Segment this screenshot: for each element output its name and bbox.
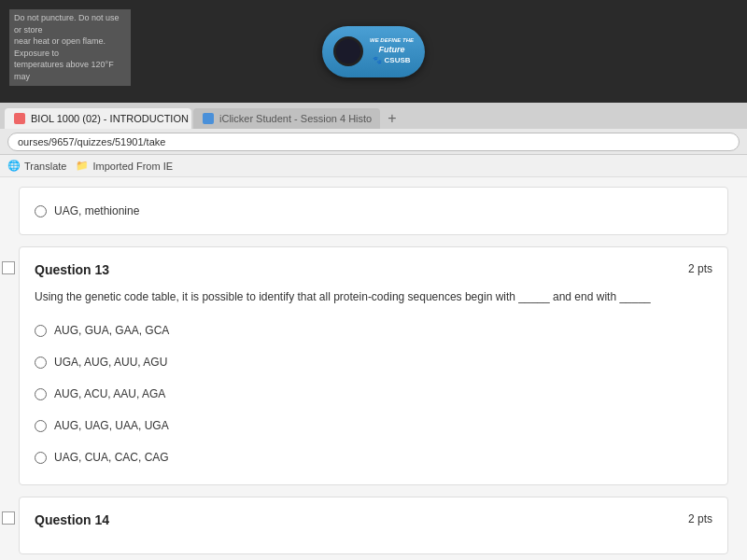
bookmark-imported-label: Imported From IE (92, 161, 173, 172)
question14-pts: 2 pts (688, 512, 712, 525)
q13-radio-2[interactable] (35, 388, 47, 400)
question14-header: Question 14 2 pts (35, 512, 712, 527)
question14-title: Question 14 (35, 512, 109, 527)
bookmark-imported[interactable]: 📁 Imported From IE (76, 160, 173, 172)
webcam-define: WE DEFINE THE (370, 37, 414, 45)
q13-option-2[interactable]: AUG, ACU, AAU, AGA (35, 387, 712, 400)
question13-checkbox[interactable] (2, 261, 15, 274)
bookmark-translate[interactable]: 🌐 Translate (7, 160, 66, 172)
webcam-text: WE DEFINE THE Future 🐾 CSUSB (370, 37, 414, 65)
webcam-school: 🐾 CSUSB (370, 56, 414, 65)
q13-option-4-label: UAG, CUA, CAC, CAG (54, 451, 169, 464)
top-label-line1: Do not puncture. Do not use or store (14, 12, 126, 35)
folder-icon: 📁 (76, 160, 89, 172)
q13-option-4[interactable]: UAG, CUA, CAC, CAG (35, 451, 712, 464)
q13-option-0-label: AUG, GUA, GAA, GCA (54, 324, 169, 337)
prev-question-fragment: UAG, methionine (19, 187, 728, 235)
new-tab-button[interactable]: + (382, 108, 402, 129)
question14-checkbox[interactable] (2, 511, 15, 525)
q13-option-2-label: AUG, ACU, AAU, AGA (54, 387, 165, 400)
tab-label-biol: BIOL 1000 (02) - INTRODUCTION (31, 113, 189, 124)
webcam-lens (333, 36, 363, 66)
url-input[interactable]: ourses/9657/quizzes/51901/take (7, 133, 740, 151)
main-content: UAG, methionine Question 13 2 pts Using … (0, 177, 747, 560)
bookmarks-bar: 🌐 Translate 📁 Imported From IE (0, 155, 747, 177)
question13-text: Using the genetic code table, it is poss… (35, 288, 712, 305)
tab-biol[interactable]: BIOL 1000 (02) - INTRODUCTION ✕ (5, 108, 191, 129)
webcam-brand: Future (370, 45, 414, 56)
q13-option-0[interactable]: AUG, GUA, GAA, GCA (35, 324, 712, 337)
prev-option-label: UAG, methionine (54, 204, 139, 217)
q13-radio-0[interactable] (35, 325, 47, 337)
question13-wrapper: Question 13 2 pts Using the genetic code… (19, 246, 728, 485)
webcam-device: WE DEFINE THE Future 🐾 CSUSB (322, 26, 425, 77)
q13-radio-4[interactable] (35, 452, 47, 464)
radio-circle-prev[interactable] (35, 205, 47, 217)
question13-pts: 2 pts (688, 262, 712, 275)
bookmark-translate-label: Translate (24, 161, 66, 172)
question14-card: Question 14 2 pts (19, 497, 728, 554)
tab-icon-biol (14, 113, 25, 124)
tab-icon-iclicker (203, 113, 214, 124)
top-label-line3: temperatures above 120°F may (14, 59, 126, 82)
tab-iclicker[interactable]: iClicker Student - Session 4 Histo ✕ (193, 108, 380, 129)
q13-option-3[interactable]: AUG, UAG, UAA, UGA (35, 419, 712, 432)
q13-radio-1[interactable] (35, 357, 47, 369)
question13-title: Question 13 (35, 262, 109, 277)
q13-option-3-label: AUG, UAG, UAA, UGA (54, 419, 169, 432)
question14-wrapper: Question 14 2 pts (19, 497, 728, 554)
tab-label-iclicker: iClicker Student - Session 4 Histo (219, 113, 372, 124)
prev-option: UAG, methionine (35, 204, 712, 217)
q13-option-1-label: UGA, AUG, AUU, AGU (54, 356, 167, 369)
q13-radio-3[interactable] (35, 420, 47, 432)
top-bar: Do not puncture. Do not use or store nea… (0, 0, 747, 103)
question13-options: AUG, GUA, GAA, GCA UGA, AUG, AUU, AGU AU… (35, 318, 712, 469)
top-label-line2: near heat or open flame. Exposure to (14, 35, 126, 59)
translate-icon: 🌐 (7, 160, 21, 172)
address-bar: ourses/9657/quizzes/51901/take (0, 129, 747, 155)
question13-header: Question 13 2 pts (35, 262, 712, 277)
browser-tabs: BIOL 1000 (02) - INTRODUCTION ✕ iClicker… (0, 103, 747, 129)
url-text: ourses/9657/quizzes/51901/take (18, 136, 165, 147)
question13-card: Question 13 2 pts Using the genetic code… (19, 246, 728, 485)
q13-option-1[interactable]: UGA, AUG, AUU, AGU (35, 356, 712, 369)
top-label: Do not puncture. Do not use or store nea… (9, 9, 131, 86)
